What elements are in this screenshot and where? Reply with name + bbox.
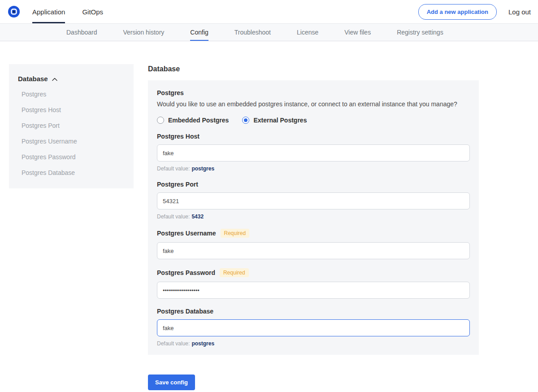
config-main: Database Postgres Would you like to use … <box>148 64 479 390</box>
field-postgres-database: Postgres Database Default value:postgres <box>157 308 470 347</box>
default-value-prefix: Default value: <box>157 213 190 220</box>
sidebar-item-postgres-host[interactable]: Postgres Host <box>9 102 134 118</box>
app-logo-icon <box>8 6 20 17</box>
config-sidebar: Database Postgres Postgres Host Postgres… <box>9 64 134 188</box>
radio-selected-icon <box>242 117 249 124</box>
radio-embedded-postgres[interactable]: Embedded Postgres <box>157 117 229 124</box>
sidebar-group-label: Database <box>18 75 48 83</box>
subnav-item-version-history[interactable]: Version history <box>123 24 165 41</box>
add-application-button[interactable]: Add a new application <box>418 4 497 20</box>
field-label-text: Postgres Host <box>157 133 200 140</box>
tab-gitops-label: GitOps <box>82 8 103 16</box>
default-value-help: Default value:5432 <box>157 213 470 220</box>
chevron-up-icon <box>52 75 57 83</box>
required-badge: Required <box>221 229 250 238</box>
field-label-text: Postgres Database <box>157 308 213 315</box>
field-postgres-port: Postgres Port Default value:5432 <box>157 181 470 220</box>
field-label-postgres-username: Postgres Username Required <box>157 229 470 238</box>
top-nav-bar: Application GitOps Add a new application… <box>0 0 538 23</box>
sidebar-item-postgres-database[interactable]: Postgres Database <box>9 165 134 180</box>
postgres-host-input[interactable] <box>157 144 470 161</box>
sidebar-item-postgres-username[interactable]: Postgres Username <box>9 133 134 149</box>
subnav-item-dashboard[interactable]: Dashboard <box>66 24 97 41</box>
default-value-prefix: Default value: <box>157 340 190 347</box>
tab-application[interactable]: Application <box>32 0 65 23</box>
field-label-postgres-database: Postgres Database <box>157 308 470 315</box>
postgres-mode-radio-group: Embedded Postgres External Postgres <box>157 117 470 124</box>
config-group-panel: Postgres Would you like to use an embedd… <box>148 80 479 355</box>
default-value-text: postgres <box>191 166 214 172</box>
default-value-text: 5432 <box>191 213 204 220</box>
default-value-help: Default value:postgres <box>157 166 470 172</box>
field-postgres-host: Postgres Host Default value:postgres <box>157 133 470 172</box>
postgres-database-input[interactable] <box>157 319 470 336</box>
config-page: Database Postgres Postgres Host Postgres… <box>0 64 538 390</box>
subnav-item-registry-settings[interactable]: Registry settings <box>397 24 443 41</box>
save-config-button[interactable]: Save config <box>148 375 195 390</box>
field-label-text: Postgres Password <box>157 269 215 276</box>
default-value-help: Default value:postgres <box>157 340 470 347</box>
radio-external-postgres[interactable]: External Postgres <box>242 117 307 124</box>
field-label-postgres-port: Postgres Port <box>157 181 470 188</box>
subnav-item-view-files[interactable]: View files <box>344 24 371 41</box>
field-label-postgres-host: Postgres Host <box>157 133 470 140</box>
field-postgres-password: Postgres Password Required <box>157 268 470 299</box>
sidebar-group-database[interactable]: Database <box>9 75 134 83</box>
tab-application-label: Application <box>32 8 65 16</box>
sidebar-item-postgres-password[interactable]: Postgres Password <box>9 149 134 165</box>
radio-embedded-postgres-label: Embedded Postgres <box>168 117 229 124</box>
field-label-text: Postgres Username <box>157 230 216 237</box>
logout-link[interactable]: Log out <box>508 8 531 16</box>
subnav-item-config[interactable]: Config <box>190 24 208 41</box>
tab-gitops[interactable]: GitOps <box>82 0 103 23</box>
radio-unselected-icon <box>157 117 164 124</box>
required-badge: Required <box>220 268 249 277</box>
field-label-text: Postgres Port <box>157 181 198 188</box>
subnav-item-troubleshoot[interactable]: Troubleshoot <box>234 24 271 41</box>
postgres-group-label: Postgres <box>157 89 470 96</box>
default-value-prefix: Default value: <box>157 166 190 172</box>
config-group-title: Database <box>148 65 479 73</box>
field-label-postgres-password: Postgres Password Required <box>157 268 470 277</box>
postgres-port-input[interactable] <box>157 192 470 209</box>
field-postgres-username: Postgres Username Required <box>157 229 470 259</box>
postgres-group-help: Would you like to use an embedded postgr… <box>157 100 470 108</box>
sidebar-item-postgres-port[interactable]: Postgres Port <box>9 118 134 133</box>
default-value-text: postgres <box>191 340 214 347</box>
postgres-username-input[interactable] <box>157 242 470 259</box>
app-subnav: Dashboard Version history Config Trouble… <box>0 23 538 41</box>
radio-external-postgres-label: External Postgres <box>253 117 307 124</box>
subnav-item-license[interactable]: License <box>297 24 318 41</box>
sidebar-item-postgres[interactable]: Postgres <box>9 86 134 102</box>
postgres-password-input[interactable] <box>157 282 470 299</box>
